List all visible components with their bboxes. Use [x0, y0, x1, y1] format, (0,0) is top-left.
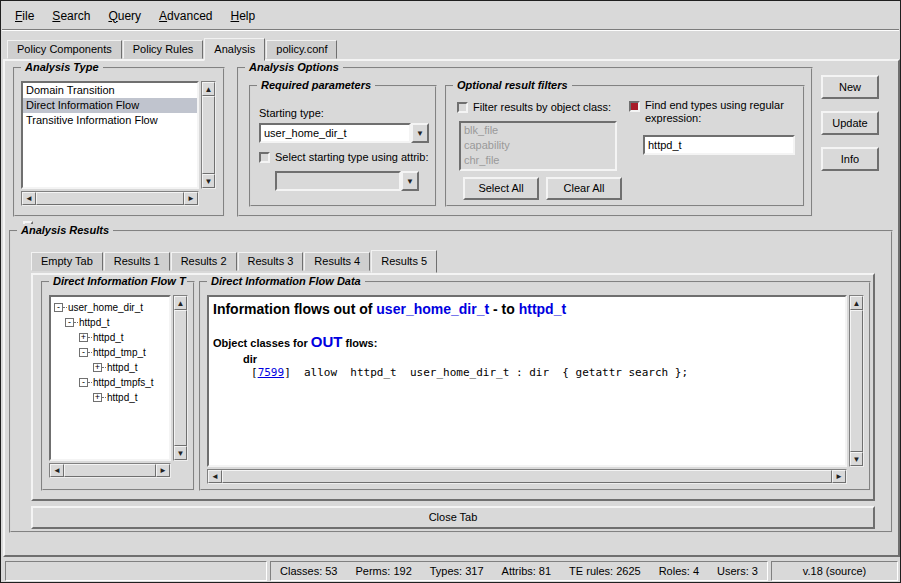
menu-help[interactable]: Help [221, 5, 264, 27]
tab-results-1[interactable]: Results 1 [104, 252, 170, 271]
hscroll-thumb[interactable] [64, 464, 156, 477]
hscroll-thumb[interactable] [36, 192, 184, 205]
tab-empty[interactable]: Empty Tab [31, 252, 103, 271]
tab-analysis[interactable]: Analysis [204, 38, 265, 61]
status-attribs: Attribs: 81 [502, 565, 552, 577]
app-window: File Search Query Advanced Help Policy C… [0, 0, 901, 583]
tree-expander-icon[interactable]: + [79, 333, 88, 342]
main-tab-bar: Policy Components Policy Rules Analysis … [7, 38, 338, 61]
list-item-selected[interactable]: Direct Information Flow [23, 98, 197, 113]
tree-node-label[interactable]: httpd_t [107, 392, 138, 403]
rule-link[interactable]: 7599 [258, 366, 285, 379]
results-page: Direct Information Flow T -user_home_dir… [31, 273, 875, 501]
menu-search[interactable]: Search [43, 5, 99, 27]
scroll-up-icon[interactable]: ▲ [202, 82, 215, 96]
close-tab-button[interactable]: Close Tab [31, 506, 875, 529]
tree-node[interactable]: -user_home_dir_t [51, 300, 169, 315]
tree-vscroll[interactable]: ▲ ▼ [173, 295, 188, 461]
attrib-checkbox[interactable] [259, 152, 270, 163]
analysis-options-title: Analysis Options [245, 61, 343, 73]
hscroll-thumb[interactable] [222, 470, 832, 483]
scroll-up-icon[interactable]: ▲ [174, 296, 187, 310]
tree-node-label[interactable]: httpd_tmp_t [93, 347, 146, 358]
combo-arrow-icon[interactable]: ▼ [411, 123, 429, 143]
tree-node-label[interactable]: httpd_t [107, 362, 138, 373]
tree-expander-icon[interactable]: + [93, 393, 102, 402]
vscroll-thumb[interactable] [850, 310, 863, 452]
clear-all-button[interactable]: Clear All [546, 177, 622, 200]
heading-prefix: Information flows out of [213, 301, 376, 317]
menu-file[interactable]: File [6, 5, 43, 27]
tree-node-label[interactable]: httpd_tmpfs_t [93, 377, 154, 388]
scroll-right-icon[interactable]: ► [832, 470, 846, 483]
classes-suffix: flows: [343, 337, 378, 349]
rule-text: allow httpd_t user_home_dir_t : dir { ge… [291, 366, 688, 379]
scroll-right-icon[interactable]: ► [184, 192, 198, 205]
policy-version-label: v.18 (source) [803, 565, 866, 577]
object-class-list: blk_file capability chr_file [459, 121, 617, 171]
new-button[interactable]: New [821, 75, 879, 99]
tree-node[interactable]: -httpd_tmp_t [51, 345, 169, 360]
tree-node-label[interactable]: httpd_t [79, 317, 110, 328]
scroll-down-icon[interactable]: ▼ [202, 174, 215, 188]
tree-node[interactable]: +httpd_t [51, 390, 169, 405]
scroll-right-icon[interactable]: ► [156, 464, 170, 477]
data-vscroll[interactable]: ▲ ▼ [849, 295, 864, 467]
analysis-type-vscroll[interactable]: ▲ ▼ [201, 81, 216, 189]
tree-expander-icon[interactable]: + [93, 363, 102, 372]
heading-middle: - to [489, 301, 519, 317]
tab-results-5[interactable]: Results 5 [371, 250, 437, 273]
data-hscroll[interactable]: ◄ ► [207, 469, 847, 484]
results-tab-bar: Empty Tab Results 1 Results 2 Results 3 … [31, 250, 438, 273]
vscroll-thumb[interactable] [174, 310, 187, 446]
tab-results-4[interactable]: Results 4 [304, 252, 370, 271]
tree-expander-icon[interactable]: - [79, 378, 88, 387]
filter-by-class-checkbox[interactable] [457, 102, 468, 113]
info-button[interactable]: Info [821, 147, 879, 171]
tree-node[interactable]: -httpd_tmpfs_t [51, 375, 169, 390]
starting-type-combobox[interactable]: user_home_dir_t ▼ [259, 123, 429, 143]
tree-node[interactable]: +httpd_t [51, 330, 169, 345]
scroll-left-icon[interactable]: ◄ [208, 470, 222, 483]
tree-node-label[interactable]: httpd_t [93, 332, 124, 343]
tab-results-3[interactable]: Results 3 [238, 252, 304, 271]
tab-policy-conf[interactable]: policy.conf [266, 40, 337, 59]
tree-expander-icon[interactable]: - [54, 303, 63, 312]
regex-input[interactable] [643, 135, 795, 155]
scroll-left-icon[interactable]: ◄ [50, 464, 64, 477]
tab-policy-rules[interactable]: Policy Rules [123, 40, 204, 59]
tree-connector [102, 397, 106, 398]
tab-results-2[interactable]: Results 2 [171, 252, 237, 271]
tree-connector [63, 307, 67, 308]
tree-expander-icon[interactable]: - [65, 318, 74, 327]
heading-target-type: httpd_t [519, 301, 566, 317]
tree-node[interactable]: +httpd_t [51, 360, 169, 375]
menu-advanced[interactable]: Advanced [150, 5, 221, 27]
tree-expander-icon[interactable]: - [79, 348, 88, 357]
scroll-up-icon[interactable]: ▲ [850, 296, 863, 310]
status-roles: Roles: 4 [659, 565, 699, 577]
scroll-left-icon[interactable]: ◄ [22, 192, 36, 205]
tree-node[interactable]: -httpd_t [51, 315, 169, 330]
regex-checkbox[interactable] [629, 101, 640, 112]
filter-checkbox-row: Filter results by object class: [457, 101, 611, 113]
list-item[interactable]: Domain Transition [23, 83, 197, 98]
analysis-type-hscroll[interactable]: ◄ ► [21, 191, 199, 206]
menu-query[interactable]: Query [99, 5, 150, 27]
select-all-button[interactable]: Select All [463, 177, 539, 200]
tab-policy-components[interactable]: Policy Components [7, 40, 122, 59]
starting-type-value[interactable]: user_home_dir_t [259, 123, 411, 143]
tree-node-label[interactable]: user_home_dir_t [68, 302, 143, 313]
vscroll-thumb[interactable] [202, 96, 215, 174]
object-classes-line: Object classes for OUT flows: [209, 317, 845, 350]
starting-type-label: Starting type: [259, 107, 324, 119]
analysis-type-list: Domain Transition Direct Information Flo… [21, 81, 199, 189]
scroll-down-icon[interactable]: ▼ [850, 452, 863, 466]
analysis-results-frame: Analysis Results Empty Tab Results 1 Res… [9, 230, 893, 533]
status-stats-panel: Classes: 53 Perms: 192 Types: 317 Attrib… [270, 561, 768, 581]
scroll-down-icon[interactable]: ▼ [174, 446, 187, 460]
flow-tree: -user_home_dir_t -httpd_t +httpd_t -http… [49, 295, 171, 461]
list-item[interactable]: Transitive Information Flow [23, 113, 197, 128]
tree-hscroll[interactable]: ◄ ► [49, 463, 171, 478]
update-button[interactable]: Update [821, 111, 879, 135]
